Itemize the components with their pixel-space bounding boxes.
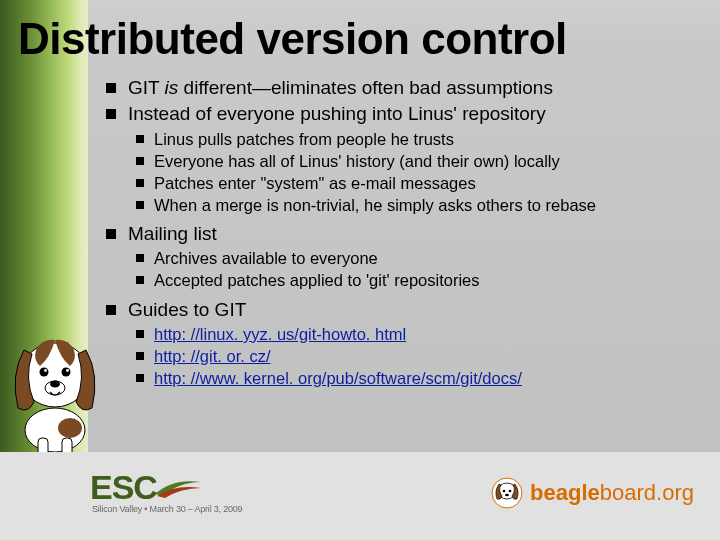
sub-item: Accepted patches applied to 'git' reposi… [128,270,700,291]
link-kernel-docs[interactable]: http: //www. kernel. org/pub/software/sc… [154,369,522,387]
beagleboard-rest: board.org [600,480,694,505]
bullet-2-text: Instead of everyone pushing into Linus' … [128,103,546,124]
beagle-mascot-icon [0,280,110,460]
sub-item: Everyone has all of Linus' history (and … [128,151,700,172]
slide-title: Distributed version control [18,14,567,64]
bullet-1-em: is [165,77,179,98]
svg-point-16 [505,494,509,497]
bullet-4-sublist: http: //linux. yyz. us/git-howto. html h… [128,324,700,389]
bullet-3: Mailing list Archives available to every… [100,222,700,292]
svg-point-5 [40,368,49,377]
sub-item: Linus pulls patches from people he trust… [128,129,700,150]
svg-point-7 [44,369,47,372]
bullet-4-text: Guides to GIT [128,299,246,320]
bullet-4: Guides to GIT http: //linux. yyz. us/git… [100,298,700,390]
bullet-2-sublist: Linus pulls patches from people he trust… [128,129,700,216]
svg-point-11 [58,418,82,438]
bullet-list: GIT is different—eliminates often bad as… [100,76,700,389]
bullet-1: GIT is different—eliminates often bad as… [100,76,700,100]
bullet-3-sublist: Archives available to everyone Accepted … [128,248,700,291]
beagleboard-logo-text: beagleboard.org [530,480,694,506]
esc-logo-top: ESC [90,472,203,503]
link-git-howto[interactable]: http: //linux. yyz. us/git-howto. html [154,325,406,343]
beagleboard-dog-icon [490,476,524,510]
sub-item: When a merge is non-trivial, he simply a… [128,195,700,216]
sub-item: Archives available to everyone [128,248,700,269]
sub-item: Patches enter "system" as e-mail message… [128,173,700,194]
svg-point-14 [503,490,506,493]
sub-item: http: //www. kernel. org/pub/software/sc… [128,368,700,389]
sub-item: http: //git. or. cz/ [128,346,700,367]
bullet-2: Instead of everyone pushing into Linus' … [100,102,700,216]
footer: ESC Silicon Valley • March 30 – April 3,… [0,452,720,540]
esc-logo: ESC Silicon Valley • March 30 – April 3,… [90,472,242,515]
esc-logo-text: ESC [90,472,157,503]
link-git-or-cz[interactable]: http: //git. or. cz/ [154,347,270,365]
esc-swoosh-icon [153,476,203,498]
beagleboard-bold: beagle [530,480,600,505]
bullet-1-post: different—eliminates often bad assumptio… [178,77,553,98]
bullet-1-pre: GIT [128,77,165,98]
svg-point-8 [66,369,69,372]
beagleboard-logo: beagleboard.org [490,476,694,510]
slide-content: GIT is different—eliminates often bad as… [100,76,700,395]
esc-logo-subtext: Silicon Valley • March 30 – April 3, 200… [92,504,242,514]
sub-item: http: //linux. yyz. us/git-howto. html [128,324,700,345]
svg-point-10 [50,381,60,388]
svg-point-15 [509,490,512,493]
slide: Distributed version control GIT is diffe… [0,0,720,540]
svg-point-6 [62,368,71,377]
bullet-3-text: Mailing list [128,223,217,244]
